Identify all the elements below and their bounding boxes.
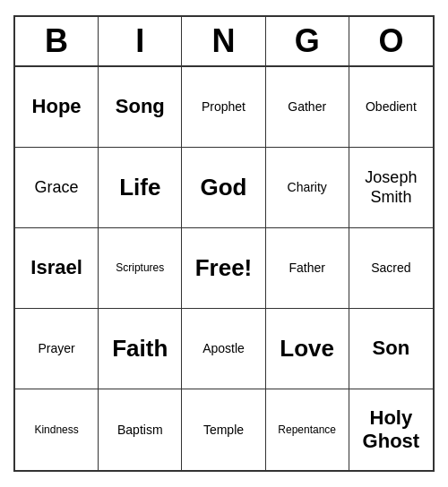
bingo-cell: JosephSmith	[349, 148, 433, 228]
cell-text: JosephSmith	[365, 168, 417, 207]
bingo-cell: Repentance	[266, 389, 349, 470]
cell-text: Prophet	[202, 99, 246, 115]
cell-text: Life	[119, 174, 160, 201]
bingo-cell: Father	[266, 228, 349, 309]
bingo-cell: God	[182, 148, 265, 228]
bingo-cell: Baptism	[99, 389, 182, 470]
bingo-cell: Hope	[15, 67, 99, 148]
bingo-card: BINGO HopeSongProphetGatherObedientGrace…	[13, 15, 435, 472]
bingo-cell: Grace	[15, 148, 99, 228]
cell-text: Kindness	[34, 423, 78, 436]
cell-text: Father	[289, 261, 324, 276]
cell-text: Apostle	[202, 341, 245, 356]
cell-text: Charity	[288, 180, 327, 195]
cell-text: Song	[116, 95, 165, 118]
header-letter: B	[15, 17, 99, 65]
bingo-cell: Faith	[99, 309, 182, 389]
cell-text: Israel	[30, 256, 82, 279]
bingo-cell: HolyGhost	[349, 389, 433, 470]
cell-text: Temple	[203, 423, 244, 438]
cell-text: Son	[373, 337, 410, 360]
cell-text: God	[200, 174, 246, 201]
bingo-cell: Gather	[266, 67, 349, 148]
bingo-cell: Israel	[15, 228, 99, 309]
bingo-cell: Scriptures	[99, 228, 182, 309]
cell-text: Gather	[288, 99, 326, 115]
bingo-cell: Kindness	[15, 389, 99, 470]
bingo-header: BINGO	[15, 17, 433, 67]
bingo-cell: Song	[99, 67, 182, 148]
header-letter: O	[349, 17, 433, 65]
header-letter: G	[266, 17, 349, 65]
header-letter: I	[99, 17, 182, 65]
cell-text: Prayer	[38, 341, 74, 356]
bingo-cell: Charity	[266, 148, 349, 228]
cell-text: Baptism	[117, 423, 163, 438]
cell-text: Love	[280, 335, 334, 363]
header-letter: N	[182, 17, 265, 65]
cell-text: Hope	[32, 95, 82, 118]
cell-text: Repentance	[278, 423, 336, 436]
cell-text: Sacred	[371, 261, 410, 276]
cell-text: Grace	[35, 178, 79, 198]
bingo-grid: HopeSongProphetGatherObedientGraceLifeGo…	[15, 67, 433, 470]
bingo-cell: Temple	[182, 389, 265, 470]
cell-text: Scriptures	[116, 261, 164, 274]
cell-text: HolyGhost	[363, 406, 420, 454]
cell-text: Faith	[112, 335, 168, 363]
cell-text: Free!	[195, 254, 253, 282]
bingo-cell: Son	[349, 309, 433, 389]
bingo-cell: Apostle	[182, 309, 265, 389]
bingo-cell: Free!	[182, 228, 265, 309]
bingo-cell: Prophet	[182, 67, 265, 148]
bingo-cell: Sacred	[349, 228, 433, 309]
bingo-cell: Prayer	[15, 309, 99, 389]
bingo-cell: Life	[99, 148, 182, 228]
bingo-cell: Obedient	[349, 67, 433, 148]
bingo-cell: Love	[266, 309, 349, 389]
cell-text: Obedient	[366, 99, 417, 115]
